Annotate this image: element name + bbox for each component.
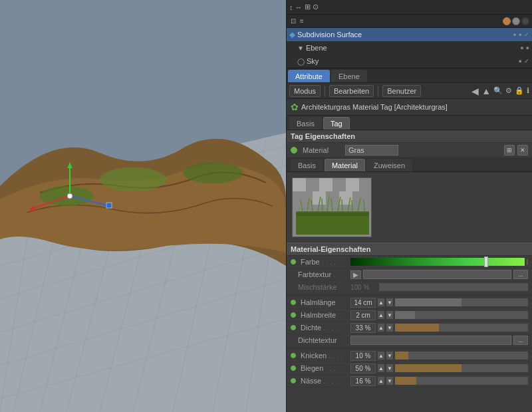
sub-tab-tag[interactable]: Tag — [323, 117, 350, 130]
svg-point-20 — [183, 162, 243, 183]
tree-check-2[interactable]: ● — [519, 31, 522, 38]
knicken-value[interactable]: 10 % — [350, 351, 376, 361]
biegen-row: Biegen . . . . 50 % ▲ ▼ — [287, 362, 532, 375]
material-icon-2[interactable]: ✕ — [517, 145, 528, 155]
mat-tab-zuweisen[interactable]: Zuweisen — [366, 159, 412, 171]
dichtetextur-controls: ... — [350, 336, 528, 345]
material-thumb-area — [287, 172, 532, 243]
halmlaenge-step-up[interactable]: ▲ — [378, 298, 384, 306]
halmlaenge-slider[interactable] — [395, 298, 528, 306]
toolbar-icon-gear[interactable]: ⚙ — [505, 86, 512, 95]
sky-check-1[interactable]: ● — [519, 58, 522, 64]
knicken-step-down[interactable]: ▼ — [386, 352, 393, 360]
tree-tool-2[interactable]: ≡ — [299, 17, 305, 25]
dichtetextur-btn[interactable]: ... — [513, 336, 528, 345]
ebene-check-1[interactable]: ● — [520, 45, 523, 51]
tab-attribute[interactable]: Attribute — [288, 70, 330, 82]
dichte-step-down[interactable]: ▼ — [386, 324, 393, 332]
knicken-step-up[interactable]: ▲ — [378, 352, 384, 360]
svg-rect-55 — [296, 213, 369, 216]
svg-line-50 — [342, 199, 342, 211]
toolbar-sep-2 — [378, 86, 378, 96]
viewport[interactable] — [0, 0, 286, 412]
material-label: Material — [303, 146, 342, 154]
halmbreite-step-down[interactable]: ▼ — [386, 311, 393, 319]
tree-check-3[interactable]: ✓ — [524, 31, 529, 38]
knicken-label: Knicken . . . . — [291, 352, 350, 360]
subdivison-icon: ◆ — [289, 30, 295, 39]
toolbar-icon-lock2[interactable]: 🔒 — [515, 86, 524, 95]
toolbar-modus[interactable]: Modus — [289, 85, 321, 97]
halmbreite-value[interactable]: 2 cm — [350, 310, 376, 320]
toolbar-icon-search[interactable]: 🔍 — [493, 86, 503, 95]
tree-item-subdivision[interactable]: ◆ Subdivision Surface ● ● ✓ — [287, 28, 532, 41]
farbe-color-slider[interactable] — [350, 258, 525, 266]
halmbreite-label: Halmbreite — [291, 311, 350, 319]
knicken-slider[interactable] — [395, 352, 528, 360]
naesse-slider[interactable] — [395, 377, 528, 385]
tree-item-ebene[interactable]: ▼ Ebene ● ● — [287, 41, 532, 54]
naesse-value[interactable]: 16 % — [350, 376, 376, 386]
dichtetextur-input[interactable] — [350, 336, 511, 345]
right-panel: ↕ ↔ ⊞ ⊙ ⊡ ≡ ◆ Subdivision Surface ● — [286, 0, 532, 412]
tab-ebene[interactable]: Ebene — [331, 70, 367, 82]
tree-check-1[interactable]: ● — [513, 31, 516, 38]
biegen-step-down[interactable]: ▼ — [386, 364, 393, 372]
biegen-controls: 50 % ▲ ▼ — [350, 363, 528, 373]
mischstaerke-controls: 100 % — [350, 283, 528, 291]
props-area: Tag Eigenschaften Material ⊞ ✕ Basis Mat… — [287, 130, 532, 412]
icon-updown[interactable]: ↕ — [289, 3, 293, 11]
farbe-radio[interactable] — [291, 259, 296, 264]
halmlaenge-value[interactable]: 14 cm — [350, 298, 376, 308]
halmlaenge-step-down[interactable]: ▼ — [386, 298, 393, 306]
dichte-slider[interactable] — [395, 324, 528, 332]
biegen-slider[interactable] — [395, 364, 528, 372]
biegen-value[interactable]: 50 % — [350, 363, 376, 373]
naesse-step-down[interactable]: ▼ — [386, 377, 393, 385]
mat-tab-material[interactable]: Material — [325, 159, 365, 171]
sky-label: Sky — [307, 57, 517, 65]
toolbar-icon-arrow-right[interactable]: ▲ — [481, 86, 491, 96]
biegen-radio[interactable] — [291, 365, 296, 371]
biegen-step-up[interactable]: ▲ — [378, 364, 384, 372]
material-radio[interactable] — [291, 147, 297, 154]
halmbreite-step-up[interactable]: ▲ — [378, 311, 384, 319]
toolbar-benutzer[interactable]: Benutzer — [382, 85, 421, 97]
naesse-radio[interactable] — [291, 378, 296, 383]
icon-grid[interactable]: ⊞ — [305, 3, 311, 11]
material-thumbnail[interactable] — [292, 177, 372, 237]
mat-tab-basis[interactable]: Basis — [291, 159, 323, 171]
knicken-radio[interactable] — [291, 353, 296, 358]
sky-check-2[interactable]: ✓ — [524, 58, 529, 64]
toolbar-icon-arrow-left[interactable]: ◀ — [471, 86, 479, 96]
toolbar-bearbeiten[interactable]: Bearbeiten — [329, 85, 374, 97]
toolbar-row: Modus Bearbeiten Benutzer ◀ ▲ 🔍 ⚙ 🔒 ℹ — [287, 83, 532, 99]
halmlaenge-radio[interactable] — [291, 300, 296, 305]
tag-grass-icon: ✿ — [291, 102, 299, 112]
dichte-value[interactable]: 33 % — [350, 323, 376, 333]
farbtextur-controls: ▶ ... — [350, 270, 528, 279]
mischstaerke-row: Mischstärke 100 % — [287, 281, 532, 294]
toolbar-icon-info[interactable]: ℹ — [527, 86, 529, 95]
sub-tabs-bar: Basis Tag — [287, 116, 532, 130]
dichte-radio[interactable] — [291, 325, 296, 330]
subdivision-label: Subdivision Surface — [297, 31, 511, 39]
material-value-input[interactable] — [345, 145, 398, 155]
halmbreite-slider[interactable] — [395, 311, 528, 319]
sub-tab-basis[interactable]: Basis — [289, 117, 322, 130]
naesse-step-up[interactable]: ▲ — [378, 377, 384, 385]
tag-header: ✿ Architekturgras Material Tag [Architek… — [287, 99, 532, 116]
icon-lock[interactable]: ⊙ — [313, 3, 319, 11]
ebene-check-2[interactable]: ● — [526, 45, 529, 51]
tree-tool-1[interactable]: ⊡ — [289, 17, 297, 25]
farbtextur-btn[interactable]: ... — [513, 270, 528, 279]
icon-leftright[interactable]: ↔ — [295, 3, 303, 11]
farbtextur-input[interactable] — [363, 270, 511, 279]
attr-tabs: Attribute Ebene — [287, 68, 532, 83]
naesse-row: Nässe . . . . 16 % ▲ ▼ — [287, 375, 532, 387]
material-icon-1[interactable]: ⊞ — [504, 145, 515, 155]
tree-item-sky[interactable]: ◯ Sky ● ✓ — [287, 54, 532, 68]
farbtextur-arrow[interactable]: ▶ — [350, 270, 361, 279]
dichte-step-up[interactable]: ▲ — [378, 324, 384, 332]
halmbreite-radio[interactable] — [291, 312, 296, 318]
